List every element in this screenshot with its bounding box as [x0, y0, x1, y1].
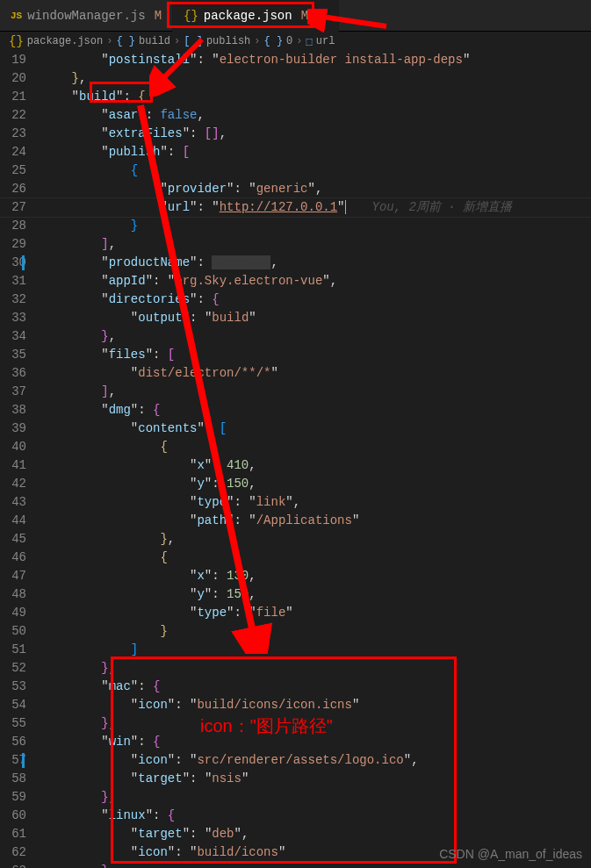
line-number: 57 — [0, 751, 26, 770]
code-line[interactable]: "linux": { — [42, 807, 591, 825]
code-line[interactable]: } — [42, 622, 591, 641]
code-line[interactable]: "x": 130, — [42, 567, 591, 585]
code-line[interactable]: }, — [42, 69, 591, 88]
code-line[interactable]: "dmg": { — [42, 401, 591, 420]
code-line[interactable]: "contents": [ — [42, 420, 591, 438]
line-number: 37 — [0, 383, 26, 401]
line-number: 43 — [0, 493, 26, 512]
tab-package-json[interactable]: {} package.json M × — [173, 0, 339, 32]
code-line[interactable]: "output": "build" — [42, 309, 591, 327]
line-number: 30 — [0, 254, 26, 272]
code-line[interactable]: "target": "deb", — [42, 825, 591, 843]
line-number: 50 — [0, 622, 26, 641]
code-line[interactable]: "postinstall": "electron-builder install… — [42, 51, 591, 69]
code-line[interactable]: "type": "file" — [42, 604, 591, 622]
code-line[interactable]: }, — [42, 327, 591, 346]
code-line[interactable]: }, — [42, 862, 591, 868]
breadcrumb-file: package.json — [27, 35, 103, 47]
chevron-right-icon: › — [174, 35, 180, 47]
code-line[interactable]: "icon": "build/icons/icon.icns" — [42, 696, 591, 714]
code-line[interactable]: "directories": { — [42, 291, 591, 309]
breadcrumb[interactable]: {} package.json › { } build › [ ] publis… — [0, 32, 591, 51]
code-editor[interactable]: 1920212223242526272829303132333435363738… — [0, 51, 591, 868]
line-number: 62 — [0, 843, 26, 862]
line-number: 25 — [0, 161, 26, 180]
line-number: 42 — [0, 475, 26, 493]
json-icon: {} — [9, 34, 24, 48]
code-line[interactable]: "url": "http://127.0.0.1"You, 2周前 · 新增直播 — [42, 198, 591, 217]
line-number: 29 — [0, 235, 26, 254]
code-line[interactable]: ], — [42, 235, 591, 254]
line-number: 34 — [0, 327, 26, 346]
line-number-gutter: 1920212223242526272829303132333435363738… — [0, 51, 42, 868]
array-icon: [ ] — [184, 35, 203, 47]
line-number: 44 — [0, 512, 26, 530]
modified-indicator: M — [155, 9, 162, 23]
code-line[interactable]: "target": "nsis" — [42, 770, 591, 788]
line-number: 59 — [0, 788, 26, 807]
code-line[interactable]: }, — [42, 659, 591, 678]
line-number: 41 — [0, 456, 26, 475]
line-number: 33 — [0, 309, 26, 327]
line-number: 49 — [0, 604, 26, 622]
watermark: CSDN @A_man_of_ideas — [439, 847, 582, 861]
tab-windowmanager[interactable]: JS windowManager.js M — [0, 0, 173, 32]
line-number: 61 — [0, 825, 26, 843]
code-line[interactable]: "mac": { — [42, 678, 591, 696]
line-number: 24 — [0, 143, 26, 161]
line-number: 38 — [0, 401, 26, 420]
breadcrumb-seg: 0 — [286, 35, 292, 47]
line-number: 54 — [0, 696, 26, 714]
code-line[interactable]: "asar": false, — [42, 106, 591, 125]
line-number: 21 — [0, 88, 26, 106]
object-icon: { } — [264, 35, 284, 47]
code-line[interactable]: { — [42, 549, 591, 567]
code-line[interactable]: "publish": [ — [42, 143, 591, 161]
line-number: 47 — [0, 567, 26, 585]
line-number: 32 — [0, 291, 26, 309]
tab-bar: JS windowManager.js M {} package.json M … — [0, 0, 591, 32]
line-number: 19 — [0, 51, 26, 69]
line-number: 45 — [0, 530, 26, 549]
line-number: 46 — [0, 549, 26, 567]
line-number: 23 — [0, 125, 26, 143]
code-line[interactable]: "provider": "generic", — [42, 180, 591, 198]
modified-indicator: M — [301, 9, 308, 23]
line-number: 20 — [0, 69, 26, 88]
line-number: 27 — [0, 198, 26, 217]
code-line[interactable]: }, — [42, 788, 591, 807]
code-line[interactable]: { — [42, 161, 591, 180]
code-line[interactable]: "icon": "src/renderer/assets/logo.ico", — [42, 751, 591, 770]
string-icon: ⬚ — [306, 35, 313, 48]
code-line[interactable]: }, — [42, 714, 591, 733]
code-line[interactable]: "x": 410, — [42, 456, 591, 475]
code-line[interactable]: "build": { — [42, 88, 591, 106]
line-number: 40 — [0, 438, 26, 456]
code-line[interactable]: "appId": "org.Sky.electron-vue", — [42, 272, 591, 291]
line-number: 26 — [0, 180, 26, 198]
code-line[interactable]: "extraFiles": [], — [42, 125, 591, 143]
breadcrumb-seg: publish — [206, 35, 250, 47]
code-line[interactable]: "type": "link", — [42, 493, 591, 512]
code-line[interactable]: "y": 150, — [42, 475, 591, 493]
code-line[interactable]: "win": { — [42, 733, 591, 751]
line-number: 39 — [0, 420, 26, 438]
code-line[interactable]: ], — [42, 383, 591, 401]
code-line[interactable]: { — [42, 438, 591, 456]
close-icon[interactable]: × — [321, 9, 328, 23]
code-line[interactable]: "productName": xxxxxxxx, — [42, 254, 591, 272]
code-line[interactable]: }, — [42, 530, 591, 549]
line-number: 52 — [0, 659, 26, 678]
code-line[interactable]: ] — [42, 641, 591, 659]
line-number: 56 — [0, 733, 26, 751]
chevron-right-icon: › — [106, 35, 112, 47]
line-number: 58 — [0, 770, 26, 788]
line-number: 63 — [0, 862, 26, 868]
code-line[interactable]: "files": [ — [42, 346, 591, 364]
line-number: 48 — [0, 585, 26, 604]
code-line[interactable]: "path": "/Applications" — [42, 512, 591, 530]
code-line[interactable]: "dist/electron/**/*" — [42, 364, 591, 383]
code-content[interactable]: "postinstall": "electron-builder install… — [42, 51, 591, 868]
code-line[interactable]: } — [42, 217, 591, 235]
code-line[interactable]: "y": 150, — [42, 585, 591, 604]
